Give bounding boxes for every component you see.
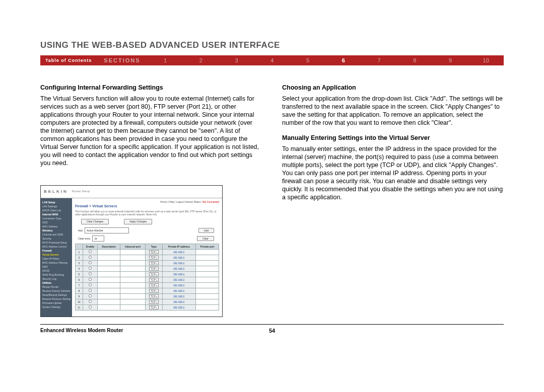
sidebar-item[interactable]: MAC Address Control [42,245,71,249]
enable-checkbox[interactable] [89,272,92,275]
enable-checkbox[interactable] [89,250,92,253]
enable-checkbox[interactable] [89,283,92,286]
section-link-10[interactable]: 10 [468,57,504,63]
apply-changes-button[interactable]: Apply Changes [124,219,152,224]
section-link-2[interactable]: 2 [183,57,219,63]
section-navbar: Table of Contents SECTIONS 12345678910 [40,55,504,65]
sidebar-item[interactable]: Save/Backup Settings [42,293,71,297]
table-row: 1TCP192.168.2. [76,249,219,255]
type-select[interactable]: TCP [149,256,159,260]
sidebar-item[interactable]: Internet WAN [42,212,71,216]
ip-cell[interactable]: 192.168.2. [173,306,185,309]
table-header: Private IP address [162,244,196,249]
enable-checkbox[interactable] [89,261,92,264]
table-row: 9TCP192.168.2. [76,293,219,299]
shot-brand-bar: BELKIN Router Setup [41,186,222,198]
table-header: Inbound port [120,244,146,249]
add-button[interactable]: Add [198,228,214,233]
shot-sidebar: LAN SetupLAN SettingsDHCP Client ListInt… [41,198,72,317]
sidebar-item[interactable]: DNS [42,220,71,224]
sidebar-item[interactable]: Restore Previous Settings [42,297,71,301]
type-select[interactable]: TCP [149,300,159,304]
sidebar-item[interactable]: Restart Router [42,285,71,289]
table-row: 7TCP192.168.2. [76,282,219,288]
ip-cell[interactable]: 192.168.2. [173,262,185,265]
enable-checkbox[interactable] [89,305,92,308]
sidebar-item[interactable]: Firmware Update [42,301,71,305]
table-header: Enable [83,244,98,249]
section-link-7[interactable]: 7 [361,57,397,63]
clear-entry-select[interactable]: 1 ▾ [92,236,104,242]
sidebar-item[interactable]: Client IP Filters [42,257,71,261]
paragraph-manual: To manually enter settings, enter the IP… [282,145,504,201]
toc-link[interactable]: Table of Contents [40,58,97,63]
type-select[interactable]: TCP [149,272,159,276]
ip-cell[interactable]: 192.168.2. [173,267,185,270]
sidebar-item[interactable]: WAN Ping Blocking [42,273,71,277]
page-number: 54 [269,328,275,334]
clear-changes-button[interactable]: Clear Changes [81,219,109,224]
heading-manual: Manually Entering Settings into the Virt… [282,134,504,142]
sidebar-item[interactable]: System Settings [42,305,71,309]
sidebar-item[interactable]: DMZ [42,265,71,269]
enable-checkbox[interactable] [89,256,92,259]
section-link-5[interactable]: 5 [290,57,326,63]
application-select[interactable]: Active Worlds ▾ [85,227,129,233]
section-link-1[interactable]: 1 [148,57,183,63]
virtual-servers-table: EnableDescriptionInbound portTypePrivate… [75,244,219,310]
sidebar-item[interactable]: MAC Address Filtering [42,261,71,265]
ip-cell[interactable]: 192.168.2. [173,289,185,292]
ip-cell[interactable]: 192.168.2. [173,256,185,259]
sidebar-item[interactable]: MAC Address [42,224,71,228]
sidebar-item[interactable]: Security Log [42,277,71,281]
type-select[interactable]: TCP [149,294,159,298]
table-row: 2TCP192.168.2. [76,255,219,260]
sidebar-item[interactable]: Connection Type [42,216,71,220]
sidebar-item[interactable]: Channel and SSID [42,232,71,237]
type-select[interactable]: TCP [149,267,159,271]
shot-top-links: Home | Help | Logout Internet Status: No… [75,200,219,203]
section-link-3[interactable]: 3 [219,57,254,63]
section-link-9[interactable]: 9 [433,57,468,63]
ip-cell[interactable]: 192.168.2. [173,284,185,287]
type-select[interactable]: TCP [149,283,159,287]
sidebar-item[interactable]: Virtual Servers [42,253,71,257]
sidebar-item[interactable]: DDNS [42,269,71,273]
section-link-4[interactable]: 4 [254,57,290,63]
page-title: USING THE WEB-BASED ADVANCED USER INTERF… [40,40,504,50]
ip-cell[interactable]: 192.168.2. [173,300,185,303]
sidebar-item[interactable]: Wi-Fi Protected Setup [42,241,71,245]
sidebar-item[interactable]: LAN Setup [42,200,71,204]
table-row: 4TCP192.168.2. [76,266,219,271]
table-row: 11TCP192.168.2. [76,304,219,310]
sidebar-item[interactable]: Utilities [42,281,71,285]
section-link-8[interactable]: 8 [397,57,433,63]
enable-checkbox[interactable] [89,300,92,303]
type-select[interactable]: TCP [149,250,159,254]
enable-checkbox[interactable] [89,294,92,297]
sidebar-item[interactable]: Security [42,237,71,241]
enable-checkbox[interactable] [89,278,92,281]
brand-subtitle: Router Setup [72,190,90,194]
ip-cell[interactable]: 192.168.2. [173,273,185,276]
type-select[interactable]: TCP [149,261,159,265]
paragraph-forwarding: The Virtual Servers function will allow … [40,95,262,167]
clear-entry-label: Clear entry [78,237,90,240]
enable-checkbox[interactable] [89,267,92,270]
ip-cell[interactable]: 192.168.2. [173,251,185,254]
type-select[interactable]: TCP [149,289,159,293]
table-row: 3TCP192.168.2. [76,260,219,266]
type-select[interactable]: TCP [149,305,159,309]
section-link-6[interactable]: 6 [325,57,361,63]
clear-button[interactable]: Clear [197,236,214,241]
ip-cell[interactable]: 192.168.2. [173,278,185,281]
ip-cell[interactable]: 192.168.2. [173,295,185,298]
enable-checkbox[interactable] [89,289,92,292]
table-row: 5TCP192.168.2. [76,271,219,277]
sidebar-item[interactable]: LAN Settings [42,204,71,208]
sidebar-item[interactable]: Wireless [42,228,71,232]
type-select[interactable]: TCP [149,278,159,282]
sidebar-item[interactable]: Firewall [42,249,71,253]
sidebar-item[interactable]: Restore Factory Defaults [42,289,71,293]
sidebar-item[interactable]: DHCP Client List [42,208,71,212]
